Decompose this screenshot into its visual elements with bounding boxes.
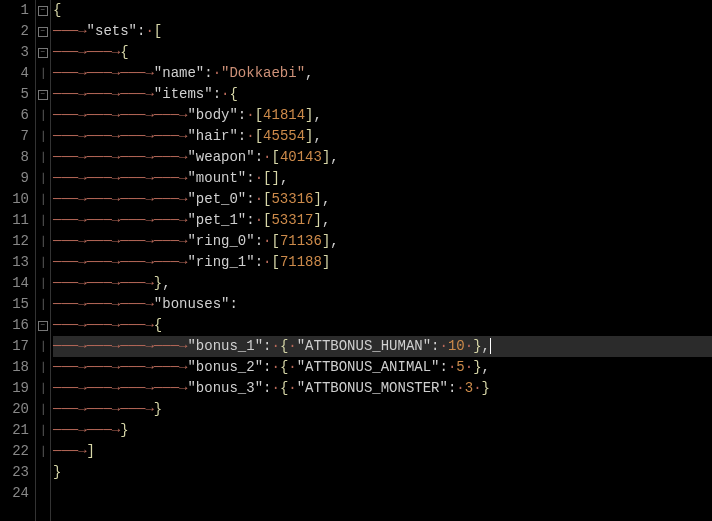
fold-guide: │ [36, 294, 50, 315]
fold-guide [36, 462, 50, 483]
line-number: 3 [0, 42, 29, 63]
fold-toggle[interactable]: − [36, 84, 50, 105]
fold-guide: │ [36, 336, 50, 357]
code-line[interactable]: ───→───→───→───→"ring_0":·[71136], [53, 231, 712, 252]
code-line[interactable] [53, 483, 712, 504]
code-line[interactable]: ───→───→───→"items":·{ [53, 84, 712, 105]
line-number: 8 [0, 147, 29, 168]
code-line[interactable]: ───→] [53, 441, 712, 462]
fold-guide: │ [36, 147, 50, 168]
code-line[interactable]: } [53, 462, 712, 483]
fold-guide: │ [36, 420, 50, 441]
line-number: 13 [0, 252, 29, 273]
code-line[interactable]: { [53, 0, 712, 21]
fold-guide: │ [36, 399, 50, 420]
fold-guide: │ [36, 105, 50, 126]
code-line[interactable]: ───→"sets":·[ [53, 21, 712, 42]
line-number: 4 [0, 63, 29, 84]
code-line[interactable]: ───→───→───→───→"ring_1":·[71188] [53, 252, 712, 273]
fold-guide: │ [36, 231, 50, 252]
line-number: 12 [0, 231, 29, 252]
code-line[interactable]: ───→───→───→───→"hair":·[45554], [53, 126, 712, 147]
line-number: 22 [0, 441, 29, 462]
fold-guide: │ [36, 189, 50, 210]
line-number: 9 [0, 168, 29, 189]
code-line-current[interactable]: ───→───→───→───→"bonus_1":·{·"ATTBONUS_H… [53, 336, 712, 357]
fold-guide: │ [36, 252, 50, 273]
fold-guide: │ [36, 273, 50, 294]
fold-guide [36, 483, 50, 504]
line-number: 23 [0, 462, 29, 483]
line-number: 7 [0, 126, 29, 147]
fold-toggle[interactable]: − [36, 42, 50, 63]
code-editor[interactable]: 1 2 3 4 5 6 7 8 9 10 11 12 13 14 15 16 1… [0, 0, 712, 521]
code-area[interactable]: { ───→"sets":·[ ───→───→{ ───→───→───→"n… [51, 0, 712, 521]
line-number: 6 [0, 105, 29, 126]
code-line[interactable]: ───→───→───→───→"pet_0":·[53316], [53, 189, 712, 210]
line-number: 2 [0, 21, 29, 42]
code-line[interactable]: ───→───→───→}, [53, 273, 712, 294]
code-line[interactable]: ───→───→───→───→"bonus_3":·{·"ATTBONUS_M… [53, 378, 712, 399]
code-line[interactable]: ───→───→───→} [53, 399, 712, 420]
line-number: 17 [0, 336, 29, 357]
line-number: 24 [0, 483, 29, 504]
line-number: 20 [0, 399, 29, 420]
line-number: 11 [0, 210, 29, 231]
code-line[interactable]: ───→───→───→"bonuses": [53, 294, 712, 315]
line-number: 15 [0, 294, 29, 315]
code-line[interactable]: ───→───→───→───→"bonus_2":·{·"ATTBONUS_A… [53, 357, 712, 378]
fold-guide: │ [36, 210, 50, 231]
line-number: 21 [0, 420, 29, 441]
fold-toggle[interactable]: − [36, 21, 50, 42]
fold-guide: │ [36, 357, 50, 378]
line-number: 14 [0, 273, 29, 294]
line-number: 16 [0, 315, 29, 336]
code-line[interactable]: ───→───→───→───→"mount":·[], [53, 168, 712, 189]
code-line[interactable]: ───→───→───→{ [53, 315, 712, 336]
line-number: 18 [0, 357, 29, 378]
fold-guide: │ [36, 441, 50, 462]
code-line[interactable]: ───→───→───→"name":·"Dokkaebi", [53, 63, 712, 84]
text-cursor [490, 338, 491, 354]
code-line[interactable]: ───→───→───→───→"weapon":·[40143], [53, 147, 712, 168]
line-number: 5 [0, 84, 29, 105]
fold-guide: │ [36, 168, 50, 189]
line-number: 10 [0, 189, 29, 210]
fold-gutter: − − − │ − │ │ │ │ │ │ │ │ │ │ − │ │ │ │ … [36, 0, 51, 521]
code-line[interactable]: ───→───→} [53, 420, 712, 441]
line-number: 19 [0, 378, 29, 399]
line-number-gutter: 1 2 3 4 5 6 7 8 9 10 11 12 13 14 15 16 1… [0, 0, 36, 521]
fold-guide: │ [36, 126, 50, 147]
fold-toggle[interactable]: − [36, 0, 50, 21]
line-number: 1 [0, 0, 29, 21]
fold-toggle[interactable]: − [36, 315, 50, 336]
code-line[interactable]: ───→───→───→───→"body":·[41814], [53, 105, 712, 126]
code-line[interactable]: ───→───→───→───→"pet_1":·[53317], [53, 210, 712, 231]
code-line[interactable]: ───→───→{ [53, 42, 712, 63]
fold-guide: │ [36, 378, 50, 399]
fold-guide: │ [36, 63, 50, 84]
